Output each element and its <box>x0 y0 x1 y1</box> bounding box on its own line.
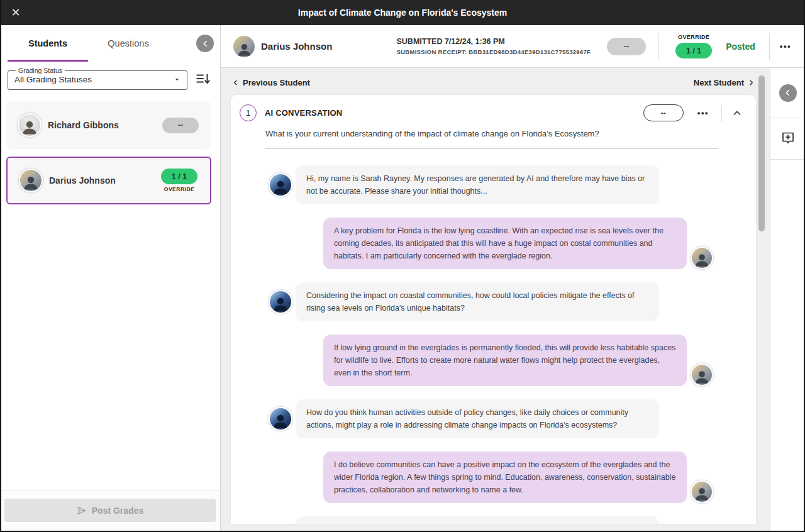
divider <box>721 105 722 121</box>
avatar-richard-gibbons <box>18 113 42 137</box>
sort-button[interactable] <box>194 69 213 88</box>
divider <box>658 33 659 60</box>
tab-questions-label: Questions <box>108 38 148 48</box>
attempt-grade-pill[interactable]: -- <box>607 38 646 55</box>
chat-message-ai: Considering the impact on coastal commun… <box>296 282 659 321</box>
overflow-menu-icon: ••• <box>780 42 791 51</box>
student-navigation: Previous Student Next Student <box>231 78 756 87</box>
question-number: 1 <box>240 104 257 121</box>
ai-conversation: Hi, my name is Sarah Rayney. My response… <box>231 149 756 524</box>
chat-row: Considering the impact on coastal commun… <box>269 282 756 321</box>
chevron-up-icon <box>732 108 742 118</box>
override-grade: OVERRIDE 1 / 1 <box>674 34 713 58</box>
submitted-timestamp: SUBMITTED 7/12/24, 1:36 PM <box>397 37 591 46</box>
chevron-right-icon <box>748 79 755 86</box>
chat-message-student: I do believe communities can have a posi… <box>323 452 687 503</box>
chevron-left-icon <box>201 40 209 48</box>
ai-avatar <box>269 290 292 314</box>
question-overflow-button[interactable]: ••• <box>695 106 711 120</box>
grade-value: 1 / 1 <box>172 172 187 181</box>
chat-row <box>269 516 756 524</box>
chat-row: A key problem for Florida is the low lyi… <box>269 218 756 269</box>
students-sidebar: Students Questions Grading Status All Gr… <box>0 25 221 532</box>
student-list: Richard Gibbons -- Darius Johnson 1 / 1 … <box>0 94 220 490</box>
post-grades-label: Post Grades <box>92 506 143 516</box>
submission-scroll-area[interactable]: Previous Student Next Student 1 AI CONVE… <box>221 68 770 532</box>
topbar: ✕ Impact of Climate Change on Florida's … <box>0 0 805 25</box>
grade-value: 1 / 1 <box>686 47 701 55</box>
override-label: OVERRIDE <box>678 34 709 40</box>
sort-icon <box>195 70 211 87</box>
submission-info: SUBMITTED 7/12/24, 1:36 PM SUBMISSION RE… <box>397 37 591 55</box>
student-name: Richard Gibbons <box>48 120 119 130</box>
grade-value: -- <box>178 121 183 130</box>
question-header: 1 AI CONVERSATION -- ••• <box>231 95 756 121</box>
chevron-left-icon <box>784 89 792 97</box>
main-panel: Darius Johnson SUBMITTED 7/12/24, 1:36 P… <box>221 25 805 532</box>
grading-filter-row: Grading Status All Grading Statuses <box>0 62 220 94</box>
tab-questions[interactable]: Questions <box>88 25 169 62</box>
previous-student-button[interactable]: Previous Student <box>232 78 310 87</box>
question-card: 1 AI CONVERSATION -- ••• Wha <box>231 95 756 524</box>
grading-status-label: Grading Status <box>16 67 65 74</box>
overflow-menu-icon: ••• <box>697 108 709 118</box>
collapse-panel-button[interactable] <box>779 84 797 102</box>
chat-message-ai-partial <box>296 516 659 524</box>
chat-row: I do believe communities can have a posi… <box>269 452 756 503</box>
student-avatar <box>691 363 713 386</box>
student-row-darius-johnson[interactable]: Darius Johnson 1 / 1 OVERRIDE <box>6 157 211 204</box>
student-name: Darius Johnson <box>261 41 332 52</box>
override-label: OVERRIDE <box>164 186 194 192</box>
ai-avatar <box>269 407 292 431</box>
chat-row: How do you think human activities outsid… <box>269 399 756 438</box>
collapse-question-button[interactable] <box>730 106 745 121</box>
next-student-button[interactable]: Next Student <box>694 78 755 87</box>
paper-plane-icon <box>77 506 87 516</box>
grading-status-select[interactable]: Grading Status All Grading Statuses <box>8 67 187 90</box>
close-button[interactable]: ✕ <box>5 0 26 25</box>
avatar-darius-johnson <box>19 169 43 192</box>
tab-students-label: Students <box>28 38 67 48</box>
grade-value: -- <box>624 42 629 51</box>
grade-pill[interactable]: 1 / 1 <box>161 169 197 184</box>
student-avatar <box>691 247 713 269</box>
ai-avatar <box>269 173 292 197</box>
overflow-menu-button[interactable]: ••• <box>777 39 794 53</box>
grade-pill[interactable]: -- <box>162 118 199 133</box>
submission-receipt: SUBMISSION RECEIPT: BBB31ED98D3D44E39D13… <box>397 48 591 55</box>
close-icon: ✕ <box>11 6 20 19</box>
next-student-label: Next Student <box>694 78 744 87</box>
question-prompt: What is your current understanding of th… <box>265 129 731 138</box>
sidebar-footer: Post Grades <box>0 490 220 532</box>
student-avatar <box>691 480 713 503</box>
chat-message-ai: Hi, my name is Sarah Rayney. My response… <box>296 165 659 204</box>
page-title: Impact of Climate Change on Florida's Ec… <box>298 8 507 18</box>
divider <box>769 33 770 60</box>
app-window: ✕ Impact of Climate Change on Florida's … <box>0 0 805 532</box>
tab-students[interactable]: Students <box>8 25 88 62</box>
post-grades-button[interactable]: Post Grades <box>4 499 216 522</box>
submission-header: Darius Johnson SUBMITTED 7/12/24, 1:36 P… <box>221 25 805 68</box>
chevron-left-icon <box>232 79 239 86</box>
override-grade-pill[interactable]: 1 / 1 <box>675 43 712 58</box>
chat-row: Hi, my name is Sarah Rayney. My response… <box>269 165 756 204</box>
right-rail <box>770 68 805 532</box>
student-name: Darius Johnson <box>49 175 116 186</box>
sidebar-tabs: Students Questions <box>0 25 220 62</box>
question-grade-pill[interactable]: -- <box>643 104 684 121</box>
chat-message-ai: How do you think human activities outsid… <box>296 399 659 438</box>
chat-message-student: A key problem for Florida is the low lyi… <box>323 218 687 269</box>
scrollbar[interactable] <box>758 75 765 231</box>
caret-down-icon <box>174 76 180 83</box>
previous-student-label: Previous Student <box>243 78 310 87</box>
grade-value: -- <box>661 109 666 118</box>
avatar-darius-johnson <box>233 36 255 57</box>
grading-status-value: All Grading Statuses <box>14 75 92 84</box>
student-row-richard-gibbons[interactable]: Richard Gibbons -- <box>6 101 211 149</box>
add-annotation-button[interactable] <box>780 130 796 147</box>
chat-message-student: If low lying ground in the everglades is… <box>323 335 687 386</box>
collapse-sidebar-button[interactable] <box>196 35 214 52</box>
question-title: AI CONVERSATION <box>265 108 342 118</box>
add-annotation-icon <box>780 130 796 145</box>
chat-row: If low lying ground in the everglades is… <box>269 335 756 386</box>
